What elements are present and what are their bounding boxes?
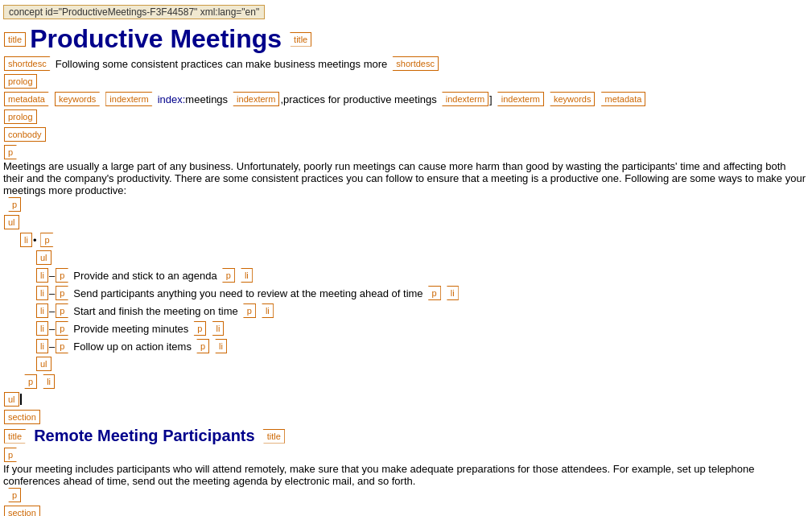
indexterm3-close-tag: indexterm: [493, 92, 544, 106]
p-tag-1: p: [56, 286, 72, 300]
li-dash-0: –: [49, 270, 55, 282]
prolog-line: prolog: [3, 73, 809, 89]
p-close-0: p: [218, 268, 235, 283]
p-close-1: p: [424, 286, 441, 300]
li-text-4: Follow up on action items: [73, 341, 192, 353]
p-open-tag: p: [4, 145, 21, 159]
title-close-tag: title: [286, 32, 311, 47]
p-close-2: p: [239, 303, 256, 318]
li-dash-1: –: [49, 287, 55, 299]
p-close-4: p: [192, 339, 209, 353]
section-para-text: If your meeting includes participants wh…: [3, 463, 809, 487]
ul-open-tag: ul: [4, 215, 19, 229]
conbody-open-tag: conbody: [4, 127, 46, 142]
conbody-line: conbody: [3, 126, 809, 142]
li-tag-4: li: [36, 339, 48, 353]
parent-li-close: p li: [19, 374, 809, 390]
prolog-close-line: prolog: [3, 109, 809, 125]
page-title: Productive Meetings: [30, 24, 282, 54]
indexterm2-close-tag: indexterm: [438, 92, 488, 106]
shortdesc-close-tag: shortdesc: [388, 56, 439, 71]
concept-header: concept id="ProductiveMeetings-F3F44587"…: [3, 5, 809, 23]
indexterm1-open-tag: indexterm: [105, 92, 156, 106]
indexterm1-text: meetings: [185, 93, 228, 105]
list-item-2: li – p Start and finish the meeting on t…: [35, 303, 809, 319]
shortdesc-text: Following some consistent practices can …: [56, 58, 388, 70]
li-tag-3: li: [36, 321, 48, 336]
indexterm1-close-tag: indexterm: [229, 92, 279, 106]
metadata-line: metadata keywords indexterm index: meeti…: [3, 91, 809, 107]
li-tag-0: li: [36, 268, 48, 283]
p-open-tag-li: p: [40, 233, 57, 247]
li-parent-line: li • p: [19, 232, 809, 248]
li-close-4: li: [211, 339, 227, 353]
section-open-tag: section: [4, 410, 40, 424]
metadata-close-tag: metadata: [596, 92, 645, 106]
prolog-open-tag: prolog: [4, 74, 37, 89]
li-open-tag-0: li: [20, 233, 32, 247]
li-tag-1: li: [36, 286, 48, 300]
li-close-0: li: [237, 268, 253, 283]
li-close-1: li: [443, 286, 459, 300]
p-tag-3: p: [56, 321, 72, 336]
section-close-tag: section: [4, 506, 40, 516]
list-item-0: li – p Provide and stick to an agenda p …: [35, 267, 809, 283]
section-title-line: title Remote Meeting Participants title: [3, 427, 809, 445]
section-title-close-tag: title: [259, 429, 285, 444]
prolog-close-tag: prolog: [4, 109, 37, 124]
p-close-parent: p: [20, 374, 37, 389]
section-open-line: section: [3, 409, 809, 425]
li-text-3: Provide meeting minutes: [73, 323, 188, 335]
indexterm2-text: practices for productive meetings: [283, 93, 437, 105]
section-p-open: p: [4, 448, 21, 462]
li-close-3: li: [208, 321, 224, 336]
li-close-2: li: [258, 303, 274, 318]
li-close-parent: li: [39, 374, 55, 389]
ul-open-line: ul: [3, 214, 809, 230]
nested-ul-tag: ul: [36, 250, 52, 265]
section-title-open-tag: title: [4, 429, 30, 444]
ul-close-tag: ul: [4, 392, 19, 407]
keywords-close-tag: keywords: [546, 92, 595, 106]
section-p-close: p: [4, 488, 21, 502]
list-item-3: li – p Provide meeting minutes p li: [35, 320, 809, 336]
bracket: ]: [489, 93, 493, 105]
text-cursor: [20, 394, 22, 405]
p-close-tag: p: [4, 197, 21, 212]
li-text-0: Provide and stick to an agenda: [73, 270, 217, 282]
p-tag-0: p: [56, 268, 72, 283]
index-label: index:: [158, 93, 186, 105]
concept-tag: concept id="ProductiveMeetings-F3F44587"…: [3, 5, 265, 19]
li-tag-2: li: [36, 303, 48, 318]
li-text-2: Start and finish the meeting on time: [73, 305, 238, 317]
shortdesc-open-tag: shortdesc: [4, 56, 55, 71]
p-close-3: p: [189, 321, 206, 336]
list-item-4: li – p Follow up on action items p li: [35, 338, 809, 354]
p-tag-4: p: [56, 339, 72, 353]
li-dash-2: –: [49, 305, 55, 317]
metadata-open-tag: metadata: [4, 92, 53, 106]
body-para-text: Meetings are usually a large part of any…: [3, 160, 809, 196]
nested-ul-close: ul: [35, 356, 809, 372]
body-para-line: p Meetings are usually a large part of a…: [3, 144, 809, 213]
section-title-text: Remote Meeting Participants: [34, 427, 255, 445]
nested-ul-open: ul: [35, 250, 809, 266]
section-close-line: section: [3, 505, 809, 516]
li-dash-3: –: [49, 323, 55, 335]
section-para-line: p If your meeting includes participants …: [3, 447, 809, 503]
list-item-1: li – p Send participants anything you ne…: [35, 285, 809, 301]
keywords-open-tag: keywords: [55, 92, 104, 106]
bullet-symbol: •: [33, 234, 37, 246]
shortdesc-line: shortdesc Following some consistent prac…: [3, 56, 809, 72]
p-tag-2: p: [56, 303, 72, 318]
li-text-1: Send participants anything you need to r…: [73, 287, 422, 299]
ul-close-line: ul: [3, 391, 809, 407]
nested-ul-close-tag: ul: [36, 357, 52, 371]
li-dash-4: –: [49, 341, 55, 353]
title-open-tag: title: [4, 32, 26, 47]
title-line: title Productive Meetings title: [3, 24, 809, 54]
